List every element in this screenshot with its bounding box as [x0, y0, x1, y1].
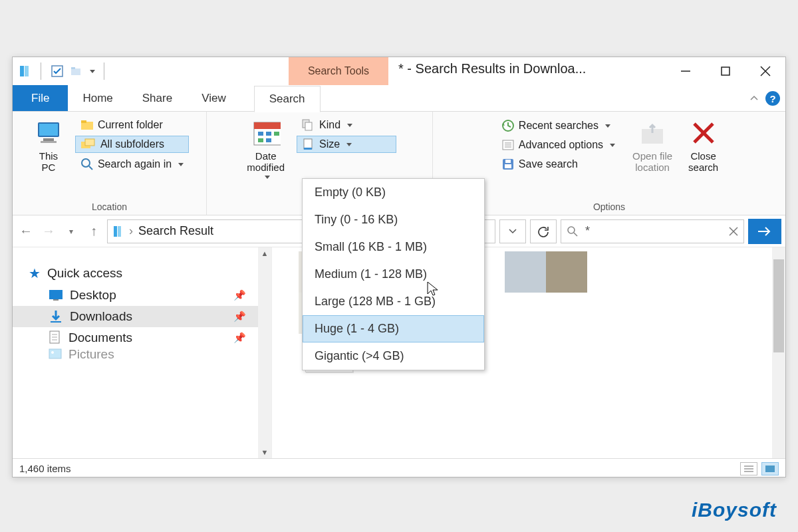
maximize-button[interactable]: [706, 57, 745, 85]
size-option-small[interactable]: Small (16 KB - 1 MB): [303, 233, 484, 261]
search-box[interactable]: *: [561, 219, 744, 243]
size-option-large[interactable]: Large (128 MB - 1 GB): [303, 288, 484, 315]
svg-rect-21: [258, 132, 263, 136]
kind-button[interactable]: Kind: [297, 117, 396, 133]
explorer-window: Search Tools * - Search Results in Downl…: [12, 57, 786, 477]
quick-access-label: Quick access: [47, 266, 122, 281]
qat-customize-icon[interactable]: [88, 65, 94, 78]
downloads-icon: [49, 309, 63, 324]
svg-rect-0: [20, 66, 24, 76]
scroll-up-icon[interactable]: ▲: [259, 247, 271, 259]
address-dropdown-button[interactable]: [499, 219, 526, 243]
pin-icon: 📌: [233, 332, 246, 344]
thumbnails-view-button[interactable]: [761, 462, 779, 475]
svg-rect-12: [41, 141, 57, 143]
forward-button[interactable]: →: [39, 222, 58, 241]
svg-rect-37: [505, 160, 511, 163]
search-go-button[interactable]: [748, 219, 781, 244]
sidebar-item-documents[interactable]: Documents 📌: [13, 327, 271, 348]
open-file-location-button[interactable]: Open file location: [628, 116, 676, 176]
svg-point-17: [82, 159, 90, 167]
tab-home[interactable]: Home: [68, 85, 127, 111]
recent-icon: [501, 119, 515, 132]
size-option-huge[interactable]: Huge (1 - 4 GB): [303, 315, 484, 342]
svg-rect-6: [722, 67, 730, 75]
close-button[interactable]: [745, 57, 785, 85]
help-icon[interactable]: ?: [765, 91, 780, 106]
advanced-label: Advanced options: [519, 139, 603, 151]
size-option-medium[interactable]: Medium (1 - 128 MB): [303, 261, 484, 288]
watermark: iBoysoft: [692, 499, 777, 521]
svg-rect-55: [49, 349, 61, 358]
date-modified-button[interactable]: Date modified: [243, 116, 289, 182]
documents-icon: [49, 331, 62, 345]
sidebar-item-downloads[interactable]: Downloads 📌: [13, 306, 271, 327]
desktop-icon: [49, 289, 63, 301]
star-icon: ★: [29, 265, 41, 281]
collapse-ribbon-icon[interactable]: [749, 94, 759, 103]
main-scrollbar[interactable]: [772, 247, 785, 458]
search-again-label: Search again in: [98, 158, 172, 170]
svg-rect-22: [266, 132, 271, 136]
svg-rect-49: [53, 299, 59, 301]
current-folder-label: Current folder: [98, 119, 163, 131]
pin-icon: 📌: [233, 289, 246, 301]
properties-icon[interactable]: [51, 65, 64, 78]
refresh-button[interactable]: [530, 219, 557, 243]
size-option-empty[interactable]: Empty (0 KB): [303, 179, 484, 206]
size-button[interactable]: Size: [297, 136, 396, 153]
svg-rect-4: [71, 67, 75, 69]
all-subfolders-button[interactable]: All subfolders: [75, 136, 189, 153]
back-button[interactable]: ←: [17, 222, 35, 241]
navigation-pane: ★ Quick access Desktop 📌 Downloads 📌 Doc…: [13, 247, 272, 458]
svg-rect-23: [274, 132, 279, 136]
recent-searches-button[interactable]: Recent searches: [496, 117, 620, 134]
svg-rect-36: [505, 164, 511, 168]
advanced-options-button[interactable]: Advanced options: [496, 137, 620, 153]
folder-icon: [80, 119, 94, 131]
svg-rect-41: [114, 226, 117, 237]
search-again-button[interactable]: Search again in: [75, 156, 189, 173]
size-option-tiny[interactable]: Tiny (0 - 16 KB): [303, 206, 484, 233]
tab-search[interactable]: Search: [254, 86, 321, 112]
close-search-button[interactable]: Close search: [684, 116, 722, 176]
this-pc-button[interactable]: This PC: [30, 116, 67, 176]
desktop-label: Desktop: [70, 288, 116, 303]
svg-point-43: [568, 227, 575, 233]
folders-icon: [80, 138, 96, 151]
minimize-button[interactable]: [666, 57, 706, 85]
downloads-label: Downloads: [70, 309, 132, 324]
separator: [104, 63, 104, 80]
sidebar-item-desktop[interactable]: Desktop 📌: [13, 285, 271, 306]
svg-rect-42: [118, 226, 121, 237]
current-folder-button[interactable]: Current folder: [75, 117, 189, 133]
new-folder-icon[interactable]: [69, 65, 82, 78]
svg-rect-24: [258, 138, 263, 142]
size-option-gigantic[interactable]: Gigantic (>4 GB): [303, 342, 484, 370]
scroll-down-icon[interactable]: ▼: [259, 446, 271, 458]
scrollbar-thumb[interactable]: [773, 259, 784, 352]
quick-access-toolbar: [13, 63, 108, 80]
kind-icon: [302, 119, 315, 131]
pictures-icon: [49, 348, 62, 360]
titlebar: Search Tools * - Search Results in Downl…: [13, 57, 785, 85]
pin-icon: 📌: [233, 311, 246, 323]
details-view-button[interactable]: [740, 462, 757, 475]
up-button[interactable]: ↑: [84, 222, 103, 241]
tab-file[interactable]: File: [13, 85, 68, 111]
group-location: This PC Current folder All subfolders Se…: [13, 112, 207, 215]
group-options: Recent searches Advanced options Save se…: [433, 112, 785, 215]
all-subfolders-label: All subfolders: [100, 138, 164, 150]
window-controls: [666, 57, 785, 85]
clear-search-icon[interactable]: [729, 227, 738, 236]
tab-share[interactable]: Share: [128, 85, 187, 111]
save-search-button[interactable]: Save search: [496, 156, 620, 173]
tab-view[interactable]: View: [187, 85, 241, 111]
sidebar-item-quick-access[interactable]: ★ Quick access: [13, 262, 271, 285]
sidebar-item-pictures[interactable]: Pictures: [13, 348, 271, 360]
sidebar-scrollbar[interactable]: ▲ ▼: [258, 247, 271, 458]
search-icon: [567, 225, 579, 237]
recent-locations-button[interactable]: ▾: [62, 222, 80, 241]
group-options-label: Options: [433, 201, 785, 212]
search-query: *: [585, 224, 722, 238]
